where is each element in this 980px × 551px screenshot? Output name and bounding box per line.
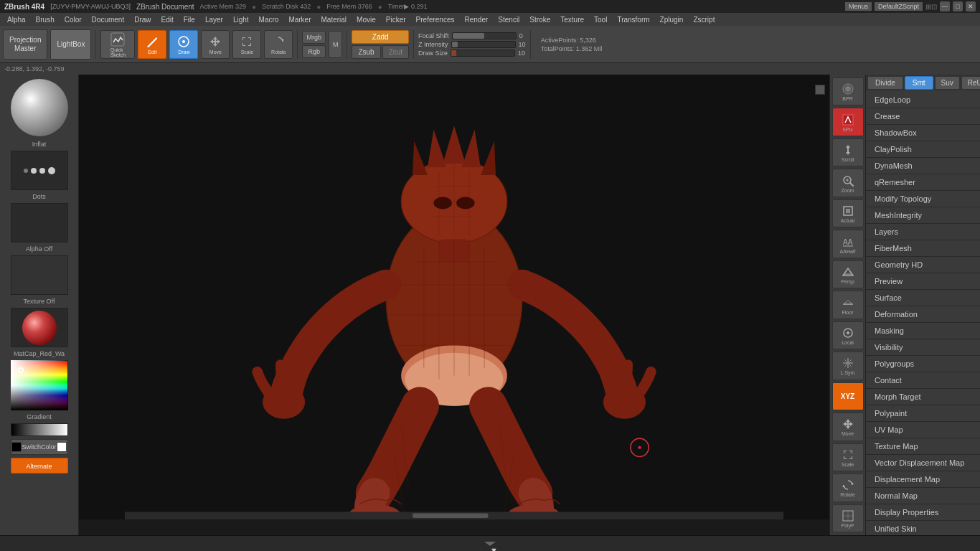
bpr-button[interactable]: BPR: [832, 77, 864, 105]
zadd-button[interactable]: Zadd: [352, 30, 409, 44]
panel-item-preview[interactable]: Preview: [866, 273, 980, 290]
menu-document[interactable]: Document: [88, 15, 129, 24]
menu-edit[interactable]: Edit: [157, 15, 178, 24]
panel-item-deformation[interactable]: Deformation: [866, 306, 980, 323]
focal-shift-slider[interactable]: [452, 32, 517, 39]
defaultzscript-button[interactable]: DefaultZScript: [875, 2, 923, 11]
close-button[interactable]: ✕: [966, 1, 976, 11]
menu-marker[interactable]: Marker: [284, 15, 315, 24]
rgb-button[interactable]: Rgb: [302, 45, 326, 58]
panel-item-masking[interactable]: Masking: [866, 323, 980, 339]
panel-item-geometry-hd[interactable]: Geometry HD: [866, 257, 980, 273]
panel-item-normal-map[interactable]: Normal Map: [866, 488, 980, 504]
panel-item-contact[interactable]: Contact: [866, 372, 980, 389]
mrgb-button[interactable]: Mrgb: [302, 31, 326, 44]
panel-item-qremesher[interactable]: qRemesher: [866, 174, 980, 191]
menu-stroke[interactable]: Stroke: [525, 15, 555, 24]
panel-item-crease[interactable]: Crease: [866, 108, 980, 125]
panel-item-unified-skin[interactable]: Unified Skin: [866, 521, 980, 535]
panel-item-edgeloop[interactable]: EdgeLoop: [866, 92, 980, 108]
reuv-button[interactable]: ReUV: [961, 76, 980, 90]
menu-color[interactable]: Color: [60, 15, 86, 24]
lightbox-button[interactable]: LightBox: [50, 29, 91, 60]
menu-transform[interactable]: Transform: [613, 15, 654, 24]
menus-button[interactable]: Menus: [845, 2, 872, 11]
spix-button[interactable]: SPix: [832, 108, 864, 136]
menu-alpha[interactable]: Alpha: [3, 15, 30, 24]
menu-render[interactable]: Render: [461, 15, 493, 24]
menu-zplugin[interactable]: Zplugin: [656, 15, 688, 24]
actual-button[interactable]: Actual: [832, 199, 864, 227]
menu-picker[interactable]: Picker: [382, 15, 410, 24]
menu-zscript[interactable]: Zscript: [689, 15, 719, 24]
local-button[interactable]: Local: [832, 321, 864, 349]
menu-stencil[interactable]: Stencil: [494, 15, 524, 24]
switch-color-button[interactable]: SwitchColor: [11, 439, 68, 455]
divide-button[interactable]: Divide: [867, 76, 903, 90]
alpha-off-preview[interactable]: [11, 203, 68, 242]
gradient-preview[interactable]: [11, 423, 68, 436]
panel-item-layers[interactable]: Layers: [866, 224, 980, 240]
color-picker[interactable]: [11, 360, 68, 410]
panel-item-texture-map[interactable]: Texture Map: [866, 438, 980, 455]
panel-item-surface[interactable]: Surface: [866, 290, 980, 306]
menu-file[interactable]: File: [179, 15, 199, 24]
menu-macro[interactable]: Macro: [255, 15, 283, 24]
texture-off-preview[interactable]: [11, 255, 68, 295]
projection-master-button[interactable]: ProjectionMaster: [3, 29, 47, 60]
draw-button[interactable]: Draw: [169, 30, 198, 59]
panel-item-claypolish[interactable]: ClayPolish: [866, 141, 980, 158]
dots-preview[interactable]: [11, 151, 68, 190]
zsub-button[interactable]: Zsub: [352, 45, 380, 59]
panel-item-vector-displacement-map[interactable]: Vector Displacement Map: [866, 455, 980, 471]
panel-item-fibermesh[interactable]: FiberMesh: [866, 240, 980, 257]
move-tool-button[interactable]: Move: [832, 413, 864, 441]
xyz-button[interactable]: XYZ: [832, 382, 864, 410]
move-button[interactable]: Move: [201, 30, 230, 59]
zcut-button[interactable]: Zcut: [382, 45, 409, 59]
polyf-button[interactable]: PolyF: [832, 504, 864, 532]
rotate-tool-button[interactable]: Rotate: [832, 474, 864, 501]
canvas-viewport[interactable]: [79, 80, 829, 519]
m-button[interactable]: M: [329, 31, 343, 58]
suv-button[interactable]: Suv: [935, 76, 960, 90]
panel-item-shadowbox[interactable]: ShadowBox: [866, 125, 980, 141]
menu-brush[interactable]: Brush: [32, 15, 59, 24]
scale-tool-button[interactable]: Scale: [832, 443, 864, 471]
matcap-preview[interactable]: [11, 308, 68, 347]
persp-button[interactable]: Persp: [832, 260, 864, 288]
panel-item-polypaint[interactable]: Polypaint: [866, 405, 980, 422]
menu-movie[interactable]: Movie: [352, 15, 380, 24]
maximize-button[interactable]: □: [953, 1, 963, 11]
panel-item-visibility[interactable]: Visibility: [866, 339, 980, 356]
scale-button[interactable]: Scale: [232, 30, 261, 59]
alpha-sphere-preview[interactable]: [11, 79, 68, 136]
rotate-button[interactable]: Rotate: [264, 30, 293, 59]
alternate-button[interactable]: Alternate: [11, 458, 68, 474]
menu-light[interactable]: Light: [229, 15, 253, 24]
panel-item-display-properties[interactable]: Display Properties: [866, 504, 980, 521]
draw-size-slider[interactable]: [451, 50, 515, 57]
minimize-button[interactable]: —: [940, 1, 950, 11]
panel-item-displacement-map[interactable]: Displacement Map: [866, 471, 980, 488]
panel-item-polygroups[interactable]: Polygroups: [866, 356, 980, 372]
lsym-button[interactable]: L.Sym: [832, 352, 864, 380]
menu-texture[interactable]: Texture: [556, 15, 588, 24]
panel-item-uv-map[interactable]: UV Map: [866, 422, 980, 438]
menu-preferences[interactable]: Preferences: [412, 15, 459, 24]
z-intensity-slider[interactable]: [451, 41, 516, 48]
menu-layer[interactable]: Layer: [201, 15, 227, 24]
menu-tool[interactable]: Tool: [590, 15, 611, 24]
panel-item-morph-target[interactable]: Morph Target: [866, 389, 980, 405]
scroll-button[interactable]: Scroll: [832, 138, 864, 166]
panel-item-meshintegrity[interactable]: MeshIntegrity: [866, 207, 980, 224]
panel-item-dynamesh[interactable]: DynaMesh: [866, 158, 980, 174]
menu-draw[interactable]: Draw: [130, 15, 155, 24]
aahalf-button[interactable]: AA AAHalf: [832, 230, 864, 258]
quick-sketch-button[interactable]: QuickSketch: [100, 30, 135, 59]
panel-item-modify-topology[interactable]: Modify Topology: [866, 191, 980, 207]
menu-material[interactable]: Material: [317, 15, 352, 24]
edit-button[interactable]: Edit: [138, 30, 166, 59]
smt-button[interactable]: Smt: [905, 76, 933, 90]
floor-button[interactable]: Floor: [832, 291, 864, 319]
